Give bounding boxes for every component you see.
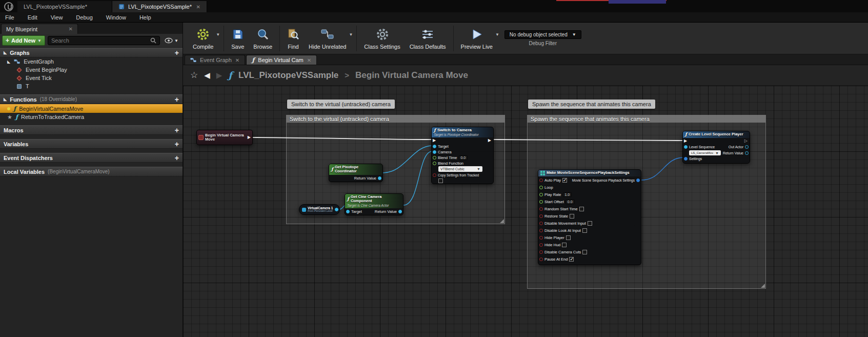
add-macro-button[interactable]: + xyxy=(175,127,179,134)
disable-camera-cuts-checkbox[interactable] xyxy=(582,250,587,254)
hide-hud-checkbox[interactable] xyxy=(562,243,567,247)
target-pin[interactable] xyxy=(346,210,350,213)
close-tab-icon[interactable]: ✕ xyxy=(307,57,311,63)
auto-play-checkbox[interactable] xyxy=(562,178,567,183)
close-tab-icon[interactable]: ✕ xyxy=(235,57,239,63)
hide-unrelated-button[interactable]: Hide Unrelated xyxy=(304,25,351,51)
hide-hud-pin[interactable] xyxy=(539,243,543,247)
add-graph-button[interactable]: + xyxy=(175,49,179,56)
auto-play-pin[interactable] xyxy=(539,179,543,182)
settings-pin[interactable] xyxy=(684,157,688,161)
asset-tab-1[interactable]: LVL_PixotopeVSSample* xyxy=(17,1,112,12)
blend-function-dropdown[interactable]: VTBlend Cubic ▼ xyxy=(438,166,482,172)
asset-tab-2-active[interactable]: LVL_PixotopeVSSample* ✕ xyxy=(112,1,207,12)
start-offset-pin[interactable] xyxy=(539,200,543,204)
camera-pin[interactable] xyxy=(433,150,436,154)
random-start-time-pin[interactable] xyxy=(539,207,543,211)
find-button[interactable]: Find xyxy=(282,25,304,51)
target-pin[interactable] xyxy=(433,145,436,148)
view-options-button[interactable]: ▼ xyxy=(163,37,180,44)
copy-settings-checkbox[interactable] xyxy=(438,179,443,183)
return-value-pin[interactable] xyxy=(745,151,749,155)
debug-object-select[interactable]: No debug object selected ▼ xyxy=(504,30,581,39)
disable-movement-input-checkbox[interactable] xyxy=(588,221,592,226)
blend-function-pin[interactable] xyxy=(433,162,436,165)
comment-title[interactable]: Spawn the sequence that animates this ca… xyxy=(528,115,765,123)
save-button[interactable]: Save xyxy=(227,25,249,51)
close-panel-icon[interactable]: ✕ xyxy=(69,26,73,32)
add-dispatcher-button[interactable]: + xyxy=(175,154,179,162)
back-arrow-icon[interactable]: ◀ xyxy=(204,71,210,80)
exec-in-pin[interactable]: ▶ xyxy=(433,138,436,143)
random-start-time-checkbox[interactable] xyxy=(579,207,584,211)
return-value-pin[interactable] xyxy=(378,176,381,180)
search-input[interactable]: Search xyxy=(48,36,160,45)
menu-file[interactable]: File xyxy=(5,14,14,21)
hide-player-checkbox[interactable] xyxy=(566,235,571,240)
node-switch-to-camera[interactable]: ƒ Switch to Camera Target is Pixotope Co… xyxy=(431,127,494,184)
return-value-pin[interactable] xyxy=(398,210,402,213)
loop-pin[interactable] xyxy=(539,186,543,189)
node-virtualcamera-1[interactable]: VirtualCamera 1 From Persistent Level xyxy=(299,204,340,215)
copy-settings-pin[interactable] xyxy=(433,173,436,177)
playback-settings-out-pin[interactable] xyxy=(636,179,640,182)
graph-canvas[interactable]: Switch to the virtual (untracked) camera… xyxy=(183,86,868,337)
level-sequence-pin[interactable] xyxy=(684,145,688,149)
blend-time-pin[interactable] xyxy=(433,156,436,160)
play-rate-field[interactable]: 1.0 xyxy=(563,192,572,197)
pause-at-end-pin[interactable] xyxy=(539,257,543,261)
exec-in-pin[interactable]: ▶ xyxy=(684,139,687,143)
node-make-playback-settings[interactable]: Make MovieSceneSequencePlaybackSettings … xyxy=(538,169,641,265)
node-get-pixotope-coordinator[interactable]: ƒ Get Pixotope Coordinator Return Value xyxy=(329,164,383,182)
section-local-variables[interactable]: Local Variables (BeginVirtualCameraMove) xyxy=(0,167,183,176)
menu-help[interactable]: Help xyxy=(139,14,151,21)
start-offset-field[interactable]: 0.0 xyxy=(566,200,575,204)
out-actor-pin[interactable] xyxy=(745,145,749,149)
tab-event-graph[interactable]: Event Graph ✕ xyxy=(185,55,245,65)
preview-live-button[interactable]: Preview Live xyxy=(456,25,497,51)
tab-begin-virtual-cam[interactable]: ƒ Begin Virtual Cam ✕ xyxy=(246,55,317,65)
section-macros[interactable]: Macros + xyxy=(0,125,183,135)
comment-title[interactable]: Switch to the virtual (untracked) camera xyxy=(287,115,504,123)
breadcrumb-root[interactable]: LVL_PixotopeVSSample xyxy=(238,70,338,81)
disable-look-at-input-pin[interactable] xyxy=(539,229,543,232)
section-variables[interactable]: Variables + xyxy=(0,139,183,149)
exec-out-pin[interactable]: ▷ xyxy=(744,139,748,143)
favorite-star-icon[interactable]: ☆ xyxy=(190,70,198,81)
hide-player-pin[interactable] xyxy=(539,236,543,240)
section-graphs[interactable]: ◣ Graphs + xyxy=(0,48,183,57)
exec-out-pin[interactable]: ▶ xyxy=(248,135,251,140)
menu-view[interactable]: View xyxy=(51,14,63,21)
exec-out-pin[interactable]: ▶ xyxy=(488,138,491,143)
level-sequence-dropdown[interactable]: LS_CameraMove ▼ xyxy=(689,150,721,155)
class-defaults-button[interactable]: Class Defaults xyxy=(405,25,451,51)
compile-button[interactable]: Compile xyxy=(188,25,218,51)
output-pin[interactable] xyxy=(335,208,338,211)
breadcrumb-current[interactable]: Begin Virtual Camera Move xyxy=(355,70,468,81)
pause-at-end-checkbox[interactable] xyxy=(569,257,574,262)
menu-edit[interactable]: Edit xyxy=(28,14,37,21)
browse-button[interactable]: Browse xyxy=(249,25,277,51)
add-new-button[interactable]: + Add New ▼ xyxy=(2,35,45,46)
disable-camera-cuts-pin[interactable] xyxy=(539,250,543,254)
tab-my-blueprint[interactable]: My Blueprint ✕ xyxy=(1,24,78,34)
section-functions[interactable]: ◣ Functions (18 Overridable) + xyxy=(0,94,183,104)
disable-movement-input-pin[interactable] xyxy=(539,222,543,225)
node-begin-virtual-camera-move[interactable]: Begin Virtual Camera Move ▶ xyxy=(196,130,253,145)
add-variable-button[interactable]: + xyxy=(175,141,179,148)
menu-debug[interactable]: Debug xyxy=(76,14,92,21)
close-tab-icon[interactable]: ✕ xyxy=(196,4,200,10)
tree-item-t[interactable]: T xyxy=(0,82,183,90)
section-event-dispatchers[interactable]: Event Dispatchers + xyxy=(0,153,183,163)
node-get-cine-camera-component[interactable]: ƒ Get Cine Camera Component Target is Ci… xyxy=(345,193,403,215)
forward-arrow-icon[interactable]: ▶ xyxy=(216,71,223,80)
play-rate-pin[interactable] xyxy=(539,193,543,196)
disable-look-at-input-checkbox[interactable] xyxy=(582,228,587,233)
restore-state-checkbox[interactable] xyxy=(570,214,574,219)
node-create-level-sequence-player[interactable]: ƒ Create Level Sequence Player ▶ ▷ Level… xyxy=(682,131,750,164)
blend-time-field[interactable]: 0.0 xyxy=(459,155,468,160)
menu-window[interactable]: Window xyxy=(106,14,126,21)
tree-item-eventgraph[interactable]: ◣ EventGraph xyxy=(0,57,183,66)
add-function-button[interactable]: + xyxy=(175,96,179,103)
tree-item-returntotrackedcamera[interactable]: ★ ƒ ReturnToTrackedCamera xyxy=(0,113,183,121)
